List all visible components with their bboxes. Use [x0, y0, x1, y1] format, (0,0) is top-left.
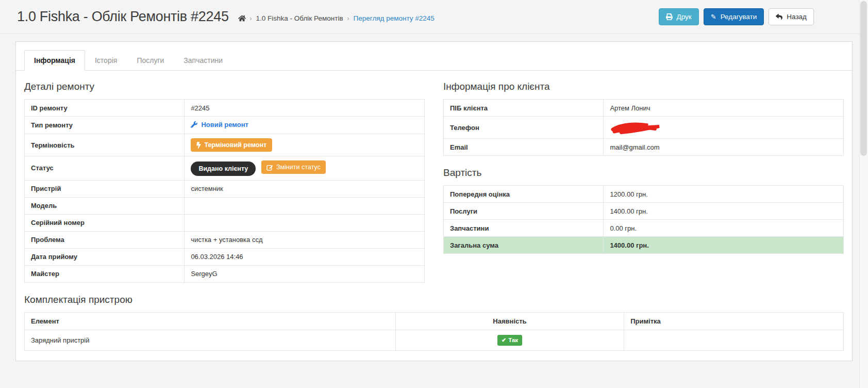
equipment-header-row: Елемент Наявність Примітка — [25, 312, 844, 330]
check-icon: ✔ — [502, 337, 506, 344]
table-row: Статус Видано клієнту Змінити статус — [25, 156, 425, 181]
urgency-badge-label: Терміновий ремонт — [204, 141, 266, 149]
change-status-label: Змінити статус — [276, 164, 321, 171]
availability-badge: ✔ Так — [497, 335, 522, 346]
total-row: Загальна сума 1400.00 грн. — [444, 237, 844, 254]
table-row: Дата прийому 06.03.2026 14:46 — [25, 248, 425, 265]
table-row: Проблема чистка + установка ссд — [25, 231, 425, 248]
breadcrumb-parent[interactable]: 1.0 Fishka - Облік Ремонтів — [256, 14, 343, 22]
availability-badge-label: Так — [508, 337, 518, 343]
edit-button-label: Редагувати — [721, 13, 757, 21]
scrollbar-track[interactable] — [859, 0, 868, 388]
print-button-label: Друк — [677, 13, 692, 21]
breadcrumb-separator: › — [347, 15, 349, 22]
repair-details-section: Деталі ремонту ID ремонту #2245 Тип ремо… — [24, 81, 425, 283]
client-and-cost-section: Інформація про клієнта ПІБ клієнта Артем… — [443, 81, 844, 283]
repair-type-link[interactable]: Новий ремонт — [191, 121, 248, 128]
print-button[interactable]: Друк — [659, 8, 699, 26]
repair-details-table: ID ремонту #2245 Тип ремонту Новий ре — [24, 99, 425, 283]
status-badge: Видано клієнту — [191, 161, 256, 176]
tab-services[interactable]: Послуги — [127, 50, 174, 71]
table-row: Попередня оцінка 1200.00 грн. — [444, 186, 844, 203]
scrollbar-thumb[interactable] — [860, 1, 867, 156]
table-row: ID ремонту #2245 — [25, 100, 425, 117]
page-title: 1.0 Fishka - Облік Ремонтів #2245 — [17, 9, 229, 25]
top-header-bar: 1.0 Fishka - Облік Ремонтів #2245 › 1.0 … — [0, 0, 868, 34]
pencil-icon: ✎ — [711, 13, 716, 20]
table-row: Послуги 1400.00 грн. — [444, 203, 844, 220]
printer-icon — [666, 13, 673, 20]
tab-parts[interactable]: Запчастини — [174, 50, 232, 71]
equipment-row: Зарядний пристрій ✔ Так — [25, 330, 844, 350]
cost-table: Попередня оцінка 1200.00 грн. Послуги 14… — [443, 185, 844, 254]
breadcrumb-separator: › — [250, 15, 252, 22]
client-info-heading: Інформація про клієнта — [443, 81, 844, 92]
column-header-note: Примітка — [624, 312, 844, 330]
column-header-availability: Наявність — [395, 312, 624, 330]
repair-details-heading: Деталі ремонту — [24, 81, 425, 92]
cost-section: Вартість Попередня оцінка 1200.00 грн. П… — [443, 167, 844, 254]
table-row: Модель — [25, 197, 425, 214]
home-icon[interactable] — [238, 14, 246, 22]
repair-type-label: Новий ремонт — [201, 121, 248, 128]
breadcrumb: › 1.0 Fishka - Облік Ремонтів › Перегляд… — [238, 14, 435, 22]
table-row: Пристрій системник — [25, 180, 425, 197]
back-button-label: Назад — [787, 13, 807, 21]
equipment-section: Комплектація пристрою Елемент Наявність … — [24, 294, 844, 351]
equipment-table: Елемент Наявність Примітка Зарядний прис… — [24, 312, 844, 351]
tab-history[interactable]: Історія — [85, 50, 127, 71]
table-row: Терміновість Терміновий ремонт — [25, 134, 425, 156]
red-marker-scribble — [610, 121, 837, 134]
table-row: Серійний номер — [25, 214, 425, 231]
tab-information[interactable]: Інформація — [24, 50, 85, 71]
table-row: Майстер SergeyG — [25, 265, 425, 282]
header-action-buttons: Друк ✎ Редагувати Назад — [659, 8, 814, 26]
table-row: ПІБ клієнта Артем Лонич — [444, 100, 844, 117]
edit-square-icon — [266, 164, 273, 171]
equipment-heading: Комплектація пристрою — [24, 294, 844, 305]
table-row: Запчастини 0.00 грн. — [444, 220, 844, 237]
breadcrumb-current-link[interactable]: Перегляд ремонту #2245 — [354, 14, 435, 22]
equipment-element-cell: Зарядний пристрій — [25, 330, 396, 350]
wrench-icon — [191, 121, 197, 128]
change-status-button[interactable]: Змінити статус — [261, 160, 326, 174]
urgency-badge: Терміновий ремонт — [191, 138, 272, 152]
column-header-element: Елемент — [25, 312, 396, 330]
table-row: Email mail@gmail.com — [444, 139, 844, 156]
table-row: Телефон — [444, 117, 844, 139]
client-info-table: ПІБ клієнта Артем Лонич Телефон — [443, 99, 844, 156]
edit-button[interactable]: ✎ Редагувати — [704, 8, 764, 26]
tab-content: Деталі ремонту ID ремонту #2245 Тип ремо… — [16, 71, 852, 351]
table-row: Тип ремонту Новий ремонт — [25, 117, 425, 134]
back-button[interactable]: Назад — [769, 8, 814, 26]
cost-heading: Вартість — [443, 167, 844, 179]
tab-bar: Інформація Історія Послуги Запчастини — [16, 42, 852, 71]
equipment-note-cell — [624, 330, 844, 350]
lightning-bolt-icon — [196, 142, 201, 149]
main-panel: Інформація Історія Послуги Запчастини Де… — [15, 41, 853, 361]
reply-arrow-icon — [776, 13, 782, 20]
